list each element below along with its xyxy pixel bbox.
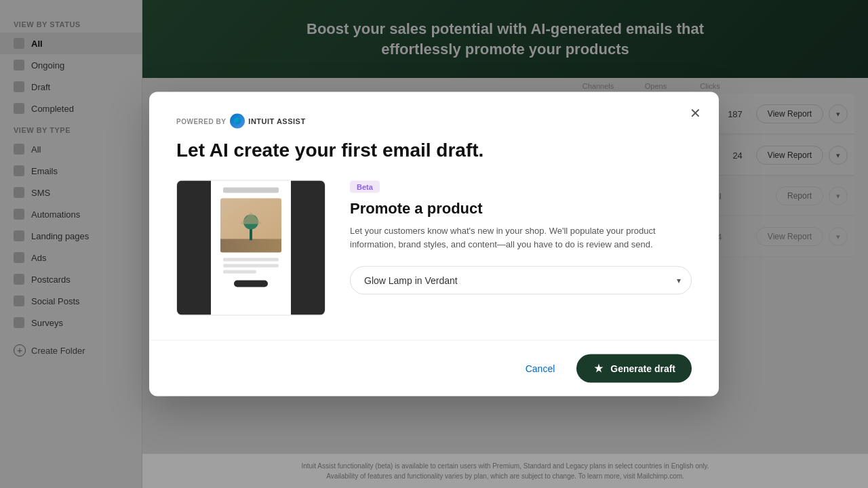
preview-center: [211, 181, 291, 315]
beta-badge: Beta: [350, 181, 380, 193]
email-preview-panel: [176, 180, 326, 316]
close-button[interactable]: ✕: [685, 103, 705, 123]
modal-title: Let AI create your first email draft.: [176, 140, 692, 161]
powered-by-bar: POWERED BY Intuit Assist: [176, 114, 692, 129]
preview-strip-right: [291, 181, 325, 315]
preview-cta-bar: [234, 281, 268, 287]
svg-point-0: [234, 118, 241, 125]
generate-label: Generate draft: [610, 363, 675, 374]
preview-product-image: [220, 199, 281, 253]
preview-text-lines: [223, 258, 279, 277]
feature-title: Promote a product: [350, 200, 692, 218]
preview-header-bar: [223, 188, 279, 193]
close-icon: ✕: [690, 105, 701, 121]
product-select[interactable]: Glow Lamp in Verdant Ceramic Vase Set Ba…: [350, 266, 692, 295]
email-preview-card: [176, 180, 326, 316]
preview-strip-left: [177, 181, 211, 315]
ai-email-modal: ✕ POWERED BY Intuit: [149, 92, 719, 396]
product-select-wrapper[interactable]: Glow Lamp in Verdant Ceramic Vase Set Ba…: [350, 266, 692, 295]
modal-content-area: Beta Promote a product Let your customer…: [176, 180, 692, 316]
intuit-logo-icon: [230, 114, 245, 129]
powered-by-label: POWERED BY: [176, 117, 226, 125]
cancel-button[interactable]: Cancel: [515, 358, 566, 380]
generate-draft-button[interactable]: Generate draft: [576, 354, 692, 383]
intuit-assist-name: Intuit Assist: [248, 117, 305, 125]
feature-description: Let your customers know what's new in yo…: [350, 224, 692, 251]
modal-right-panel: Beta Promote a product Let your customer…: [350, 180, 692, 316]
generate-icon: [593, 363, 605, 375]
modal-footer: Cancel Generate draft: [149, 340, 719, 396]
intuit-assist-logo: Intuit Assist: [230, 114, 305, 129]
modal-body: POWERED BY Intuit Assist: [149, 92, 719, 340]
